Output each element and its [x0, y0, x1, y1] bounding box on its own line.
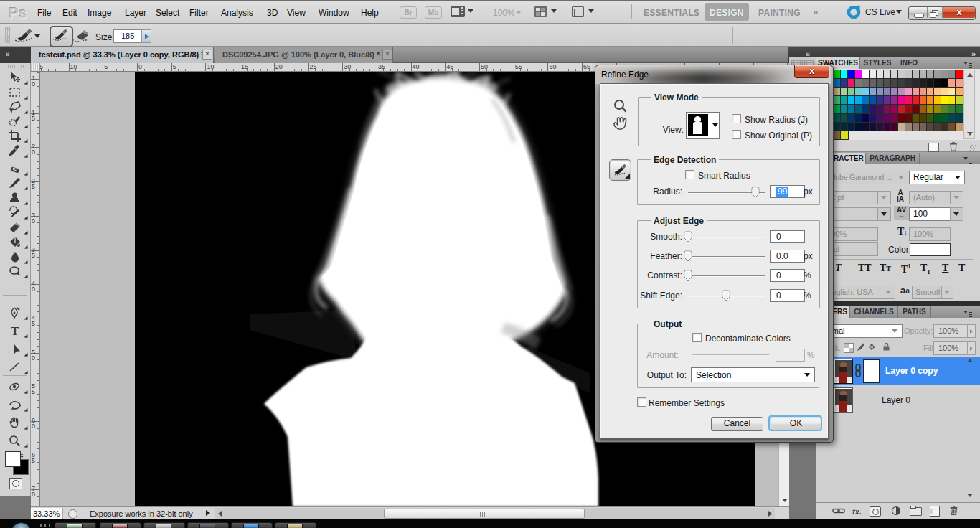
- svg-text:T: T: [11, 324, 19, 337]
